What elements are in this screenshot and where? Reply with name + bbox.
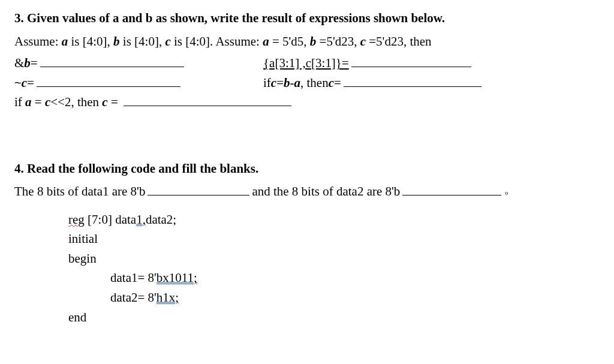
code-line-begin: begin — [68, 249, 600, 269]
var-a: a — [62, 34, 68, 49]
blank-ifc — [344, 76, 481, 87]
txt-is1: is [4:0], — [68, 34, 113, 49]
reg-rest: [7:0] data — [85, 212, 136, 227]
ifc-eq1: = — [276, 73, 284, 93]
reg-one: 1 — [136, 212, 143, 227]
a-eq: = 5'd5, — [269, 34, 310, 49]
ifc-c: c — [271, 73, 276, 93]
code-line-reg: reg [7:0] data1,data2; — [68, 210, 600, 230]
q4-sent-b: and the 8 bits of data2 are 8'b — [252, 184, 400, 198]
q3-assume-line: Assume: a is [4:0], b is [4:0], c is [4:… — [14, 32, 600, 52]
q4-sent-a: The 8 bits of data1 are 8'b — [14, 184, 145, 198]
blank-and-b — [40, 56, 184, 67]
and-eq: = — [31, 53, 38, 73]
ifa-shift: <<2, then — [50, 95, 102, 109]
ifa-if: if — [14, 95, 25, 109]
d1b: bx1011; — [156, 270, 197, 285]
q3-concat: {a[3:1] ,c[3:1]}= — [263, 53, 474, 73]
not-c-eq: = — [27, 73, 34, 93]
blank-data1 — [148, 184, 249, 195]
ifa-c2: c — [102, 95, 107, 109]
var-b: b — [113, 34, 120, 49]
reg-kw: reg — [68, 212, 85, 227]
ifc-comma: , then — [300, 73, 329, 93]
blank-not-c — [37, 76, 180, 87]
ifc-a: a — [294, 73, 301, 93]
and-b-var: b — [24, 53, 31, 73]
code-block: reg [7:0] data1,data2; initial begin dat… — [68, 210, 600, 327]
assume-prefix: Assume: — [14, 34, 62, 49]
code-line-d2: data2= 8'h1x; — [110, 288, 600, 308]
txt-is2: is [4:0], — [120, 34, 165, 49]
blank-concat — [351, 56, 471, 67]
tilde-sym: ~ — [14, 74, 22, 92]
q4-block: 4. Read the following code and fill the … — [14, 159, 600, 327]
d2b: h1x; — [156, 290, 179, 305]
c-eq: =5'd23, then — [366, 34, 432, 49]
code-line-end: end — [68, 308, 600, 327]
blank-ifa — [124, 95, 291, 106]
reg-data2: data2; — [146, 212, 176, 227]
q3-row-1: &b= {a[3:1] ,c[3:1]}= — [14, 53, 600, 73]
ifc-eq2: = — [334, 73, 341, 93]
ifc-b: b — [284, 73, 290, 93]
q3-not-c: ~ c = — [14, 73, 263, 93]
ifc-if: if — [263, 73, 271, 93]
not-c-var: c — [22, 73, 27, 93]
ifa-a: a — [25, 95, 32, 109]
q3-row-2: ~ c = if c = b - a , then c = — [14, 73, 600, 93]
ifa-eq2: = — [108, 95, 118, 109]
b-eq: =5'd23, — [316, 34, 360, 49]
var-c: c — [165, 34, 170, 49]
ifa-eq1: = — [32, 95, 45, 109]
d2a: data2= 8' — [110, 290, 156, 305]
concat-lhs: {a[3:1] ,c[3:1]}= — [263, 53, 349, 73]
ifa-c: c — [45, 95, 50, 109]
code-line-d1: data1= 8'bx1011; — [110, 268, 600, 288]
ifc-c2: c — [329, 73, 334, 93]
txt-assume2: is [4:0]. Assume: — [171, 34, 263, 49]
var-a-2: a — [263, 34, 269, 49]
and-sym: & — [14, 53, 24, 73]
q3-and-b: &b= — [14, 53, 263, 73]
var-c-2: c — [360, 34, 366, 49]
d1a: data1= 8' — [110, 270, 156, 285]
blank-data2 — [402, 184, 501, 195]
q3-title: 3. Given values of a and b as shown, wri… — [14, 8, 600, 28]
code-line-initial: initial — [68, 229, 600, 249]
period-circle: o — [505, 189, 508, 196]
var-b-2: b — [310, 34, 317, 49]
q4-title: 4. Read the following code and fill the … — [14, 159, 600, 179]
q4-sentence: The 8 bits of data1 are 8'band the 8 bit… — [14, 182, 600, 201]
ifc-minus: - — [290, 73, 294, 93]
q3-row-3: if a = c<<2, then c = — [14, 92, 600, 112]
q3-ifc: if c = b - a , then c = — [263, 73, 484, 93]
